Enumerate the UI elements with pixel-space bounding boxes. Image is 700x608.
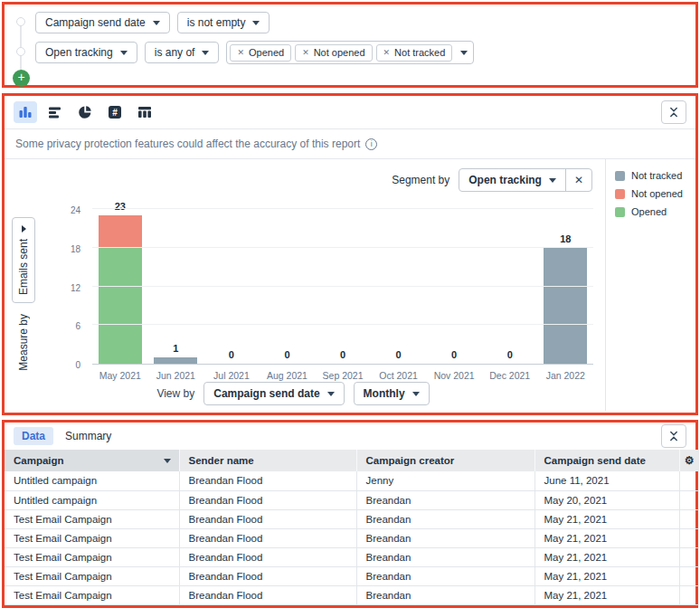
remove-chip-icon[interactable]: ✕ [302,48,309,57]
filter-node-dot [16,17,25,26]
view-by-value: Campaign send date [213,387,319,400]
bar-slot: 0 [315,209,371,364]
bar-value-label: 0 [396,349,402,360]
table-cell: May 21, 2021 [534,585,679,604]
table-settings-button[interactable]: ⚙ [679,450,699,471]
bar-slot: 0 [371,209,427,364]
table-cell: Test Email Campaign [5,528,179,547]
table-cell [679,585,699,604]
sort-caret-icon [164,459,171,463]
view-interval-dropdown[interactable]: Monthly [354,382,430,405]
column-header[interactable]: Campaign send date [534,450,679,471]
remove-segment-button[interactable]: ✕ [565,169,591,191]
x-axis-label: Jan 2022 [538,370,594,381]
filter-field-dropdown[interactable]: Campaign send date [35,12,170,33]
chevron-down-icon [412,392,420,396]
legend-swatch [615,171,625,181]
column-header-label: Sender name [189,455,254,466]
table-row[interactable]: Test Email CampaignBreandan FloodBreanda… [5,509,699,528]
chevron-down-icon[interactable] [460,51,468,55]
table-cell [679,471,699,490]
y-tick-label: 6 [75,321,80,331]
info-icon[interactable]: i [365,138,377,150]
column-header-label: Campaign send date [544,455,646,466]
table-tabs: Data Summary [5,423,695,450]
legend-swatch [615,207,625,217]
remove-chip-icon[interactable]: ✕ [237,48,244,57]
table-cell: May 21, 2021 [534,509,679,528]
table-cell: Untitled campaign [5,471,179,490]
x-axis-label: Sep 2021 [315,370,371,381]
horizontal-bar-chart-icon[interactable] [43,101,67,123]
gear-icon: ⚙ [685,454,695,467]
measure-by-label: Measure by [17,314,30,371]
filter-field-dropdown[interactable]: Open tracking [35,42,137,63]
legend-swatch [615,189,625,199]
chip-label: Not tracked [394,47,445,58]
chevron-down-icon [202,51,209,55]
collapse-panel-button[interactable] [661,424,686,448]
table-row[interactable]: Test Email CampaignBreandan FloodBreanda… [5,585,699,604]
filter-chip[interactable]: ✕Not tracked [376,44,453,62]
filter-chip[interactable]: ✕Not opened [295,44,372,62]
chevron-down-icon [549,178,556,183]
bar-segment-opened [99,248,142,364]
chevron-icon [22,225,26,233]
bar-chart-plot: 23100000018 [92,209,593,365]
x-axis-label: Aug 2021 [260,370,316,381]
table-cell: Test Email Campaign [5,566,179,585]
table-report-icon[interactable] [133,101,156,123]
bar-slot: 1 [148,209,204,364]
add-filter-button[interactable]: + [13,70,30,87]
number-report-icon[interactable]: # [103,101,127,123]
x-axis-label: Nov 2021 [426,370,482,381]
table-cell: Jenny [356,471,534,490]
table-row[interactable]: Test Email CampaignBreandan FloodBreanda… [5,547,699,566]
bar-segment-not-tracked [154,357,197,364]
chart-region: Segment by Open tracking ✕ Emails sent M… [5,159,695,411]
view-by-dropdown[interactable]: Campaign send date [203,382,344,405]
column-header[interactable]: Sender name [179,450,356,471]
privacy-note-text: Some privacy protection features could a… [15,138,360,150]
table-cell: Breandan Flood [179,509,356,528]
column-header[interactable]: Campaign creator [356,450,534,471]
table-cell: Breandan Flood [179,490,356,509]
bar-value-label: 18 [560,233,571,244]
table-row[interactable]: Untitled campaignBreandan FloodJennyJune… [5,471,699,490]
filter-values-box[interactable]: ✕Opened✕Not opened✕Not tracked [226,41,474,64]
chart-main-area: Segment by Open tracking ✕ Emails sent M… [5,159,605,411]
x-axis-label: Dec 2021 [482,370,538,381]
table-row[interactable]: Test Email CampaignBreandan FloodBreanda… [5,528,699,547]
collapse-panel-button[interactable] [661,100,686,124]
filter-operator-dropdown[interactable]: is any of [145,42,220,63]
tab-summary[interactable]: Summary [57,427,119,445]
table-cell: Breandan Flood [179,547,356,566]
table-cell [679,490,699,509]
measure-by-dropdown[interactable]: Emails sent [12,217,35,303]
column-header[interactable]: Campaign [5,450,179,471]
bar-value-label: 0 [284,349,289,360]
y-tick-label: 24 [71,205,80,215]
filter-chip[interactable]: ✕Opened [230,44,291,62]
column-header-label: Campaign creator [366,455,455,466]
bar-value-label: 0 [451,349,457,360]
segment-by-dropdown[interactable]: Open tracking [459,169,565,191]
segment-by-value: Open tracking [468,174,542,186]
segment-by-label: Segment by [392,174,449,186]
view-by-control: View by Campaign send date Monthly [92,382,593,405]
table-cell: Test Email Campaign [5,509,179,528]
table-cell: Breandan [356,509,534,528]
table-row[interactable]: Untitled campaignBreandan FloodBreandanM… [5,490,699,509]
bar-value-label: 0 [229,349,234,360]
pie-chart-icon[interactable] [73,101,97,123]
tab-data[interactable]: Data [14,427,53,445]
remove-chip-icon[interactable]: ✕ [383,48,391,57]
table-row[interactable]: Test Email CampaignBreandan FloodBreanda… [5,566,699,585]
table-cell: May 20, 2021 [534,490,679,509]
filter-field-label: Campaign send date [45,16,146,29]
filter-builder-panel: + Campaign send date is not empty Open t… [2,2,698,88]
bar-chart-icon[interactable] [14,101,37,123]
chart-report-panel: # Some privacy protection features could… [2,93,698,415]
bar-value-label: 1 [173,343,178,354]
filter-operator-dropdown[interactable]: is not empty [177,12,270,33]
